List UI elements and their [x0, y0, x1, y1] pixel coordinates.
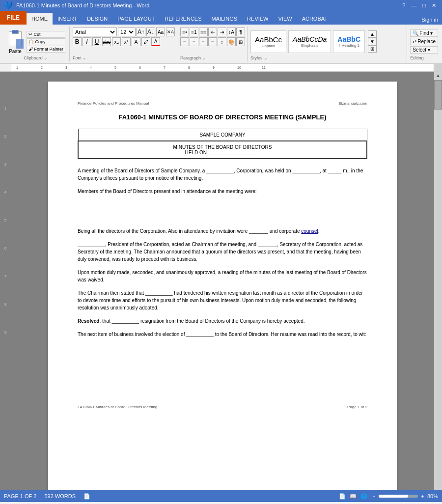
tab-view[interactable]: VIEW: [274, 13, 297, 25]
scroll-thumb[interactable]: [434, 80, 442, 110]
align-left-btn[interactable]: ≡: [180, 37, 189, 46]
close-btn[interactable]: ✕: [430, 2, 438, 9]
tab-design[interactable]: DESIGN: [82, 13, 112, 25]
decrease-indent-btn[interactable]: ⇤: [208, 28, 217, 36]
doc-header-right: Bizmanualz.com: [338, 101, 367, 106]
styles-scroll-down[interactable]: ▼: [368, 38, 377, 45]
increase-indent-btn[interactable]: ⇥: [218, 28, 226, 36]
doc-para-2: Members of the Board of Directors presen…: [78, 188, 367, 195]
tab-file[interactable]: FILE: [0, 11, 27, 25]
sign-in-btn[interactable]: Sign in: [417, 15, 442, 25]
font-family-select[interactable]: Arial: [73, 28, 117, 36]
window-controls[interactable]: ? — □ ✕: [400, 2, 438, 9]
replace-icon: ⇄: [413, 39, 416, 44]
copy-button[interactable]: 📋 Copy: [27, 38, 65, 45]
clipboard-expand-icon[interactable]: ⌄: [44, 56, 48, 60]
help-btn[interactable]: ?: [400, 2, 407, 9]
vertical-scrollbar-top[interactable]: [434, 64, 442, 71]
tab-page-layout[interactable]: PAGE LAYOUT: [112, 13, 160, 25]
style-heading1[interactable]: AaBbC ↑ Heading 1: [333, 30, 365, 53]
style-heading1-label: ↑ Heading 1: [338, 43, 359, 48]
styles-label: Styles ⌄: [250, 56, 405, 60]
language-indicator: 📄: [83, 493, 90, 500]
style-emphasis[interactable]: AaBbCcDa Emphasis: [288, 30, 331, 53]
left-margin-ruler: 1 2 3 4 5 6 7 8 9: [0, 72, 11, 490]
page-indicator: PAGE 1 OF 2: [4, 493, 36, 499]
sort-btn[interactable]: ↕A: [227, 28, 236, 36]
bold-btn[interactable]: B: [73, 37, 82, 46]
font-size-select[interactable]: 12: [118, 28, 136, 36]
highlight-btn[interactable]: 🖍: [141, 37, 150, 46]
zoom-level: 80%: [427, 493, 438, 499]
window-title: FA1060-1 Minutes of Board of Directors M…: [16, 2, 149, 8]
change-case-btn[interactable]: Aa: [156, 28, 165, 36]
borders-btn[interactable]: ⊞: [236, 37, 245, 46]
doc-resolved-bold: Resolved: [78, 318, 99, 324]
line-spacing-btn[interactable]: ↕: [218, 37, 226, 46]
paragraph-label: Paragraph ⌄: [180, 56, 245, 60]
align-center-btn[interactable]: ≡: [190, 37, 198, 46]
status-bar: PAGE 1 OF 2 592 WORDS 📄 📄 📖 🌐 － ＋ 80%: [0, 490, 442, 502]
ribbon-tabs: FILE HOME INSERT DESIGN PAGE LAYOUT REFE…: [0, 11, 442, 25]
tab-insert[interactable]: INSERT: [53, 13, 82, 25]
font-color-btn[interactable]: A: [151, 37, 160, 46]
subscript-btn[interactable]: x₂: [112, 37, 121, 46]
para-expand-icon[interactable]: ⌄: [202, 56, 206, 60]
tab-references[interactable]: REFERENCES: [160, 13, 206, 25]
tab-home[interactable]: HOME: [27, 13, 53, 25]
select-btn[interactable]: Select ▾: [410, 46, 438, 54]
numbering-btn[interactable]: ≡1: [190, 28, 198, 36]
styles-expand-icon[interactable]: ⌄: [264, 56, 268, 60]
find-btn[interactable]: 🔍 Find ▾: [410, 29, 438, 37]
paste-label: Paste: [9, 49, 22, 54]
format-painter-button[interactable]: 🖌 Format Painter: [27, 46, 65, 53]
bullets-btn[interactable]: ≡•: [180, 28, 189, 36]
multilevel-btn[interactable]: ≡≡: [199, 28, 208, 36]
zoom-in-btn[interactable]: ＋: [420, 493, 425, 500]
tab-review[interactable]: REVIEW: [242, 13, 273, 25]
underline-btn[interactable]: U: [92, 37, 101, 46]
tab-acrobat[interactable]: ACROBAT: [297, 13, 332, 25]
doc-body[interactable]: A meeting of the Board of Directors of S…: [78, 167, 367, 391]
style-caption[interactable]: AaBbCc Caption: [250, 30, 286, 53]
shading-btn[interactable]: 🎨: [227, 37, 236, 46]
styles-scroll-up[interactable]: ▲: [368, 30, 377, 38]
app-icon: 💙: [4, 1, 12, 9]
doc-para-6: The Chairman then stated that __________…: [78, 289, 367, 311]
doc-footer-right: Page 1 of 2: [347, 405, 367, 409]
view-mode-icon[interactable]: 📄: [339, 493, 346, 500]
scroll-up-btn[interactable]: ▲: [436, 73, 441, 78]
read-mode-icon[interactable]: 📖: [350, 493, 357, 500]
doc-header-table: SAMPLE COMPANY MINUTES OF THE BOARD OF D…: [78, 129, 367, 159]
document-area[interactable]: Finance Policies and Procedures Manual B…: [11, 72, 434, 490]
styles-more[interactable]: ⊞: [368, 45, 377, 53]
align-right-btn[interactable]: ≡: [199, 37, 208, 46]
replace-btn[interactable]: ⇄ Replace: [410, 38, 438, 45]
document-page[interactable]: Finance Policies and Procedures Manual B…: [48, 82, 397, 490]
doc-header-left: Finance Policies and Procedures Manual: [78, 101, 149, 106]
doc-para-4: __________, President of the Corporation…: [78, 241, 367, 263]
web-layout-icon[interactable]: 🌐: [360, 493, 367, 500]
strikethrough-btn[interactable]: abc: [102, 37, 111, 46]
main-area: 1 2 3 4 5 6 7 8 9 Finance Policies and P…: [0, 72, 442, 490]
superscript-btn[interactable]: x²: [122, 37, 131, 46]
justify-btn[interactable]: ≡: [208, 37, 217, 46]
vertical-scrollbar[interactable]: ▲: [434, 72, 442, 490]
italic-btn[interactable]: I: [83, 37, 91, 46]
grow-font-btn[interactable]: A↑: [137, 28, 145, 36]
zoom-out-btn[interactable]: －: [371, 493, 377, 500]
find-icon: 🔍: [413, 30, 418, 36]
tab-mailings[interactable]: MAILINGS: [207, 13, 243, 25]
maximize-btn[interactable]: □: [420, 2, 428, 9]
minimize-btn[interactable]: —: [409, 2, 418, 9]
text-color-btn[interactable]: A: [132, 37, 140, 46]
clear-format-btn[interactable]: ✕A: [166, 28, 175, 36]
shrink-font-btn[interactable]: A↓: [146, 28, 155, 36]
font-expand-icon[interactable]: ⌄: [83, 56, 86, 60]
cut-button[interactable]: ✂ Cut: [27, 31, 65, 38]
show-hide-btn[interactable]: ¶: [236, 28, 245, 36]
clipboard-group: Paste ✂ Cut 📋 Copy 🖌 Format Painter Clip…: [2, 27, 70, 61]
ruler-left-margin: [0, 64, 11, 71]
paste-button[interactable]: Paste: [6, 29, 25, 54]
zoom-slider[interactable]: [379, 495, 418, 498]
